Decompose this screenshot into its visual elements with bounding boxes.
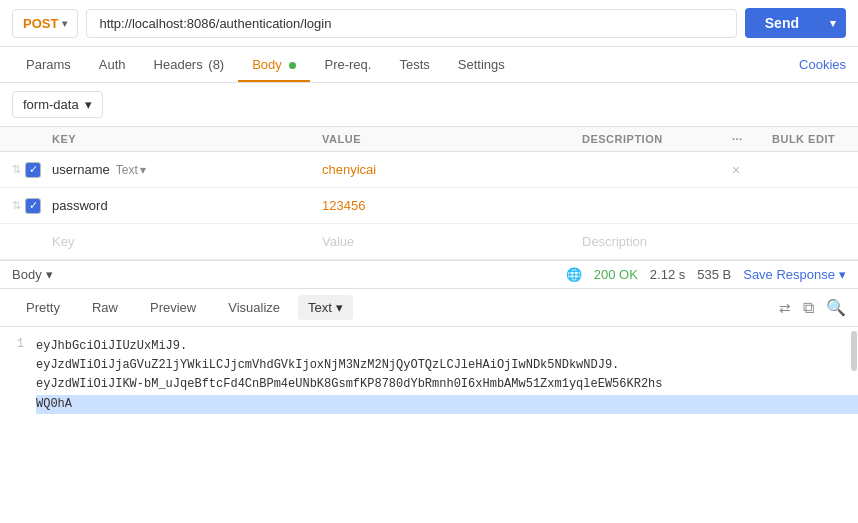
row2-checkbox[interactable]: ✓: [25, 198, 41, 214]
row2-key: password: [52, 198, 108, 213]
format-tab-preview[interactable]: Preview: [136, 295, 210, 320]
tab-params-label: Params: [26, 57, 71, 72]
method-select[interactable]: POST ▾: [12, 9, 78, 38]
col-more: ···: [732, 133, 772, 145]
row1-type-label: Text: [116, 163, 138, 177]
send-chevron: ▾: [820, 10, 846, 37]
tab-settings[interactable]: Settings: [444, 47, 519, 82]
row1-value: chenyicai: [322, 162, 582, 177]
format-tab-pretty-label: Pretty: [26, 300, 60, 315]
tabs-bar: Params Auth Headers (8) Body Pre-req. Te…: [0, 47, 858, 83]
tab-headers[interactable]: Headers (8): [140, 47, 239, 82]
search-icon[interactable]: 🔍: [826, 298, 846, 317]
tab-body[interactable]: Body: [238, 47, 310, 82]
form-data-select[interactable]: form-data ▾: [12, 91, 103, 118]
line-number-2: [0, 356, 36, 375]
cookies-label: Cookies: [799, 57, 846, 72]
code-area: 1 eyJhbGciOiJIUzUxMiJ9. eyJzdWIiOiJjaGVu…: [0, 327, 858, 424]
code-text-2[interactable]: eyJzdWIiOiJjaGVuZ2ljYWkiLCJjcmVhdGVkIjox…: [36, 356, 858, 375]
format-tab-preview-label: Preview: [150, 300, 196, 315]
response-stats: 🌐 200 OK 2.12 s 535 B Save Response ▾: [566, 267, 846, 282]
format-tab-raw[interactable]: Raw: [78, 295, 132, 320]
copy-icon[interactable]: ⧉: [803, 299, 814, 317]
row2-value-text: 123456: [322, 198, 365, 213]
row2-value: 123456: [322, 198, 582, 213]
body-label-text: Body: [12, 267, 42, 282]
text-format-chevron: ▾: [336, 300, 343, 315]
tab-body-label: Body: [252, 57, 282, 72]
code-line-2: eyJzdWIiOiJjaGVuZ2ljYWkiLCJjcmVhdGVkIjox…: [0, 356, 858, 375]
format-tab-pretty[interactable]: Pretty: [12, 295, 74, 320]
row1-checkbox[interactable]: ✓: [25, 162, 41, 178]
form-data-label: form-data: [23, 97, 79, 112]
tab-prereq-label: Pre-req.: [324, 57, 371, 72]
tab-headers-label: Headers: [154, 57, 203, 72]
format-tabs: Pretty Raw Preview Visualize Text ▾ ⇄ ⧉ …: [0, 289, 858, 327]
placeholder-key[interactable]: Key: [52, 234, 322, 249]
save-response-chevron: ▾: [839, 267, 846, 282]
row1-type-chevron: ▾: [140, 163, 146, 177]
save-response-label: Save Response: [743, 267, 835, 282]
placeholder-description[interactable]: Description: [582, 234, 732, 249]
placeholder-description-text: Description: [582, 234, 647, 249]
line-number-1: 1: [0, 337, 36, 356]
form-data-bar: form-data ▾: [0, 83, 858, 127]
code-line-3: eyJzdWIiOiJIKW-bM_uJqeBftcFd4CnBPm4eUNbK…: [0, 375, 858, 394]
tab-tests[interactable]: Tests: [385, 47, 443, 82]
row1-check-icon: ✓: [29, 164, 38, 175]
method-label: POST: [23, 16, 58, 31]
method-chevron: ▾: [62, 18, 67, 29]
col-key: KEY: [52, 133, 322, 145]
row1-key-cell: username Text ▾: [52, 162, 322, 177]
row2-drag[interactable]: ⇅ ✓: [12, 198, 52, 214]
placeholder-value[interactable]: Value: [322, 234, 582, 249]
code-line-1: 1 eyJhbGciOiJIUzUxMiJ9.: [0, 337, 858, 356]
format-tab-visualize-label: Visualize: [228, 300, 280, 315]
placeholder-row: Key Value Description: [0, 224, 858, 260]
tab-headers-badge: (8): [208, 57, 224, 72]
tab-params[interactable]: Params: [12, 47, 85, 82]
drag-handle[interactable]: ⇅: [12, 163, 21, 176]
url-bar: POST ▾ Send ▾: [0, 0, 858, 47]
globe-icon[interactable]: 🌐: [566, 267, 582, 282]
drag-handle2[interactable]: ⇅: [12, 199, 21, 212]
body-dropdown[interactable]: Body ▾: [12, 267, 53, 282]
col-bulk-edit: Bulk Edit: [772, 133, 852, 145]
text-format-select[interactable]: Text ▾: [298, 295, 353, 320]
tab-settings-label: Settings: [458, 57, 505, 72]
line-number-3: [0, 375, 36, 394]
table-header: KEY VALUE DESCRIPTION ··· Bulk Edit: [0, 127, 858, 152]
col-value: VALUE: [322, 133, 582, 145]
tab-auth[interactable]: Auth: [85, 47, 140, 82]
placeholder-key-text: Key: [52, 234, 74, 249]
code-text-4[interactable]: WQ0hA: [36, 395, 858, 414]
format-tab-raw-label: Raw: [92, 300, 118, 315]
tab-prereq[interactable]: Pre-req.: [310, 47, 385, 82]
status-ok: 200 OK: [594, 267, 638, 282]
url-input[interactable]: [86, 9, 736, 38]
stat-time: 2.12 s: [650, 267, 685, 282]
cookies-link[interactable]: Cookies: [799, 57, 846, 72]
code-text-3[interactable]: eyJzdWIiOiJIKW-bM_uJqeBftcFd4CnBPm4eUNbK…: [36, 375, 858, 394]
filter-icon[interactable]: ⇄: [779, 300, 791, 316]
scrollbar-thumb[interactable]: [851, 331, 857, 371]
format-icons: ⇄ ⧉ 🔍: [779, 298, 846, 317]
row1-key: username: [52, 162, 110, 177]
row1-drag[interactable]: ⇅ ✓: [12, 162, 52, 178]
save-response-button[interactable]: Save Response ▾: [743, 267, 846, 282]
send-label: Send: [745, 8, 819, 38]
row1-type-select[interactable]: Text ▾: [116, 163, 146, 177]
line-number-4: [0, 395, 36, 414]
response-bar: Body ▾ 🌐 200 OK 2.12 s 535 B Save Respon…: [0, 260, 858, 289]
table-row: ⇅ ✓ password 123456: [0, 188, 858, 224]
send-button[interactable]: Send ▾: [745, 8, 846, 38]
scrollbar-area[interactable]: [850, 327, 858, 424]
tab-body-dot: [289, 62, 296, 69]
table-container: KEY VALUE DESCRIPTION ··· Bulk Edit ⇅ ✓ …: [0, 127, 858, 260]
row2-key-cell: password: [52, 198, 322, 213]
row1-value-text: chenyicai: [322, 162, 376, 177]
code-text-1[interactable]: eyJhbGciOiJIUzUxMiJ9.: [36, 337, 858, 356]
format-tab-visualize[interactable]: Visualize: [214, 295, 294, 320]
table-row: ⇅ ✓ username Text ▾ chenyicai ×: [0, 152, 858, 188]
row1-delete[interactable]: ×: [732, 162, 772, 178]
